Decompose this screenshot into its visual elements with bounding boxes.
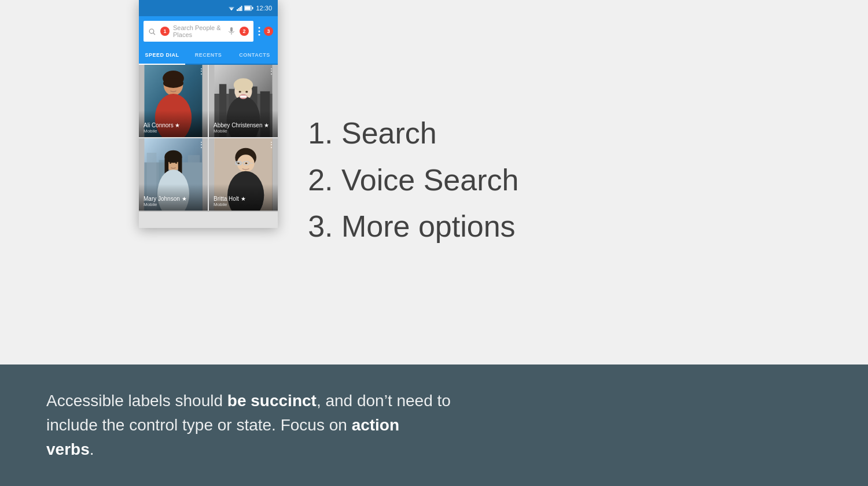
svg-point-36 (239, 91, 241, 93)
search-input-container[interactable]: 1 Search People & Places 2 (144, 21, 253, 42)
svg-point-23 (168, 84, 171, 86)
more-icon-ali: ⋮ (197, 67, 205, 75)
contact-card-britta[interactable]: ⋮ Britta Holt ★ Mobile (209, 138, 278, 211)
search-icon (148, 28, 156, 35)
tab-recents[interactable]: RECENTS (185, 46, 231, 64)
svg-point-51 (170, 162, 171, 164)
battery-icon (244, 5, 253, 11)
svg-point-15 (259, 31, 260, 32)
svg-rect-6 (241, 6, 242, 11)
svg-rect-3 (237, 9, 238, 11)
contact-card-ali[interactable]: ⋮ Ali Connors ★ Mobile (139, 65, 208, 137)
status-time: 12:30 (256, 5, 272, 12)
contact-overlay-britta: Britta Holt ★ Mobile (209, 184, 278, 211)
bottom-section: Accessible labels should be succinct, an… (0, 365, 868, 486)
svg-point-16 (259, 34, 260, 36)
phone-container: 12:30 1 Search People & Places (0, 0, 278, 365)
contact-name-mary: Mary Johnson ★ (144, 196, 203, 202)
mic-icon[interactable] (228, 27, 235, 35)
svg-rect-39 (240, 95, 247, 97)
phone-screen: 12:30 1 Search People & Places (139, 0, 278, 228)
svg-point-52 (175, 162, 177, 164)
badge-more: 3 (264, 27, 273, 36)
feature-item-voice-search: Voice Search (341, 159, 822, 201)
badge-mic: 2 (240, 27, 249, 36)
status-icons (228, 5, 253, 11)
search-placeholder: Search People & Places (173, 24, 225, 38)
status-bar: 12:30 (139, 0, 278, 16)
tab-speed-dial[interactable]: SPEED DIAL (139, 46, 185, 64)
svg-rect-9 (245, 6, 251, 10)
contact-type-britta: Mobile (214, 202, 273, 207)
svg-point-14 (259, 27, 260, 29)
tabs: SPEED DIAL RECENTS CONTACTS (139, 46, 278, 65)
right-panel: Search Voice Search More options (278, 0, 868, 365)
feature-item-more-options: More options (341, 205, 822, 248)
svg-point-33 (234, 78, 253, 91)
contact-name-britta: Britta Holt ★ (214, 196, 273, 202)
bottom-description: Accessible labels should be succinct, an… (46, 389, 451, 462)
svg-point-24 (176, 84, 178, 86)
contacts-grid: ⋮ Ali Connors ★ Mobile (139, 65, 278, 211)
contact-name-abbey: Abbey Christensen ★ (214, 122, 273, 128)
contact-type-mary: Mobile (144, 202, 203, 207)
contact-name-ali: Ali Connors ★ (144, 122, 203, 128)
contact-overlay-abbey: Abbey Christensen ★ Mobile (209, 111, 278, 137)
svg-line-11 (153, 32, 155, 34)
contact-card-mary[interactable]: ⋮ Mary Johnson ★ Mobile (139, 138, 208, 211)
svg-rect-12 (230, 27, 233, 32)
contact-type-ali: Mobile (144, 128, 203, 134)
svg-point-65 (245, 163, 247, 164)
more-icon-britta: ⋮ (267, 141, 275, 149)
contact-overlay-ali: Ali Connors ★ Mobile (139, 111, 208, 137)
svg-point-64 (238, 163, 240, 164)
svg-rect-8 (252, 7, 253, 9)
svg-rect-4 (238, 8, 240, 11)
tab-contacts[interactable]: CONTACTS (231, 46, 278, 64)
svg-point-20 (163, 78, 183, 88)
search-bar: 1 Search People & Places 2 (139, 16, 278, 46)
more-icon-abbey: ⋮ (267, 67, 275, 75)
main-area: 12:30 1 Search People & Places (0, 0, 868, 365)
badge-search: 1 (160, 27, 170, 36)
feature-list: Search Voice Search More options (324, 112, 822, 252)
contact-overlay-mary: Mary Johnson ★ Mobile (139, 184, 208, 211)
more-options-icon[interactable] (256, 27, 263, 36)
contact-type-abbey: Mobile (214, 128, 273, 134)
contact-card-abbey[interactable]: ⋮ Abbey Christensen ★ Mobile (209, 65, 278, 137)
svg-point-10 (149, 29, 154, 34)
svg-marker-2 (230, 9, 233, 10)
wifi-icon (228, 5, 235, 11)
signal-icon (237, 5, 242, 11)
bottom-bold-1: be succinct (227, 392, 317, 410)
feature-item-search: Search (341, 112, 822, 154)
more-icon-mary: ⋮ (197, 141, 205, 149)
svg-point-37 (245, 91, 248, 93)
svg-rect-5 (240, 7, 241, 11)
